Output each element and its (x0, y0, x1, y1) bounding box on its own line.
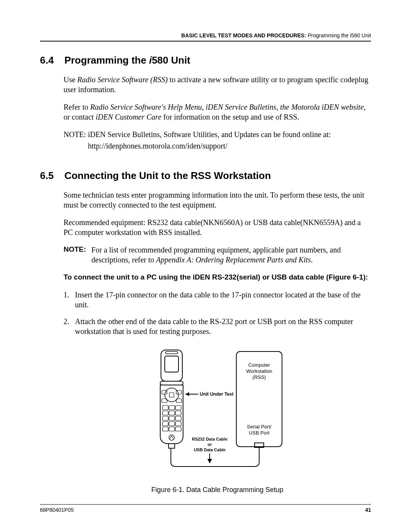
svg-rect-26 (175, 427, 181, 431)
diagram-svg: Computer Workstation (RSS) Serial Port/ … (137, 348, 297, 477)
svg-rect-3 (165, 356, 178, 372)
section-6-5-body: Some technician tests enter programming … (64, 190, 371, 494)
figure-caption: Figure 6-1. Data Cable Programming Setup (64, 486, 371, 494)
heading-6-5: 6.5 Connecting the Unit to the RSS Works… (40, 170, 371, 182)
svg-rect-21 (162, 422, 168, 426)
svg-rect-15 (162, 411, 168, 415)
svg-rect-18 (162, 416, 168, 420)
note-url: http://idenphones.motorola.com/iden/supp… (88, 141, 371, 151)
section-title: Programming the i580 Unit (64, 54, 190, 66)
heading-6-4: 6.4 Programming the i580 Unit (40, 54, 371, 66)
note-line: NOTE: iDEN Service Bulletins, Software U… (64, 129, 371, 139)
step-item: Attach the other end of the data cable t… (64, 316, 371, 336)
svg-rect-24 (162, 427, 168, 431)
svg-marker-33 (207, 459, 212, 463)
fig-text: Serial Port/ (247, 424, 272, 430)
section-number: 6.4 (40, 54, 54, 66)
svg-rect-28 (169, 444, 175, 448)
section-6-4-body: Use Radio Service Software (RSS) to acti… (64, 75, 371, 151)
fig-text: USB Port (249, 430, 270, 436)
header-section: Programming the i580 Unit (306, 32, 371, 38)
svg-rect-25 (169, 427, 175, 431)
procedure-steps: Insert the 17-pin connector on the data … (64, 290, 371, 336)
page-content: BASIC LEVEL TEST MODES AND PROCEDURES: P… (40, 32, 371, 494)
section-title: Connecting the Unit to the RSS Workstati… (64, 170, 271, 182)
fig-text: RS232 Data Cable (192, 437, 228, 441)
page-number: 41 (365, 507, 371, 513)
fig-text: Workstation (246, 368, 272, 374)
procedure-heading: To connect the unit to a PC using the iD… (64, 272, 371, 282)
paragraph: Some technician tests enter programming … (64, 190, 371, 210)
step-item: Insert the 17-pin connector on the data … (64, 290, 371, 310)
fig-text: Computer (248, 362, 270, 368)
svg-rect-7 (169, 393, 174, 397)
note-text: For a list of recommended programming eq… (91, 245, 371, 265)
paragraph: Refer to Radio Service Software's Help M… (64, 102, 371, 122)
phone-icon (160, 350, 183, 450)
running-header: BASIC LEVEL TEST MODES AND PROCEDURES: P… (40, 32, 371, 38)
svg-rect-12 (162, 406, 168, 410)
svg-rect-23 (175, 422, 181, 426)
fig-text: (RSS) (252, 374, 266, 380)
note-block: NOTE: For a list of recommended programm… (64, 245, 371, 265)
svg-rect-22 (169, 422, 175, 426)
svg-rect-17 (175, 411, 181, 415)
fig-text: Unit Under Test (200, 391, 233, 397)
svg-marker-31 (185, 392, 189, 396)
fig-text: USB Data Cable (194, 447, 225, 452)
paragraph: Use Radio Service Software (RSS) to acti… (64, 75, 371, 94)
svg-rect-19 (169, 416, 175, 420)
fig-text: or (208, 442, 212, 447)
svg-rect-13 (169, 406, 175, 410)
svg-rect-4 (166, 351, 178, 354)
section-number: 6.5 (40, 170, 54, 182)
svg-rect-16 (169, 411, 175, 415)
svg-rect-20 (175, 416, 181, 420)
figure-6-1: Computer Workstation (RSS) Serial Port/ … (64, 348, 371, 494)
paragraph: Recommended equipment: RS232 data cable(… (64, 217, 371, 237)
header-rule (40, 41, 371, 42)
header-chapter: BASIC LEVEL TEST MODES AND PROCEDURES: (181, 32, 306, 38)
svg-rect-14 (175, 406, 181, 410)
note-label: NOTE: (64, 245, 86, 265)
page-footer: 68P80401P05 41 (40, 504, 371, 513)
doc-number: 68P80401P05 (40, 507, 74, 513)
svg-rect-2 (161, 350, 182, 381)
svg-rect-5 (160, 381, 183, 385)
